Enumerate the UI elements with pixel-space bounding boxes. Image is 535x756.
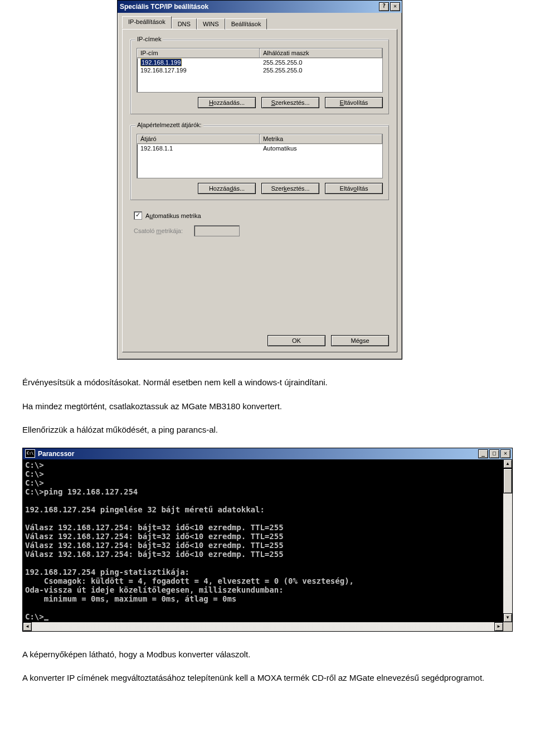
doc-paragraph: Ellenőrizzük a hálózat működését, a ping… [22, 424, 513, 437]
ip-row[interactable]: 192.168.127.199 255.255.255.0 [137, 66, 382, 74]
ip-cell-ip: 192.168.127.199 [137, 66, 260, 74]
cmd-icon: C:\ [25, 449, 35, 458]
cancel-button[interactable]: Mégse [331, 335, 389, 346]
scroll-corner [503, 622, 512, 631]
ip-group-title: IP-címek [135, 36, 163, 42]
scroll-up-icon[interactable]: ▲ [503, 459, 512, 468]
gw-row[interactable]: 192.168.1.1 Automatikus [137, 144, 382, 152]
cmd-titlebar: C:\ Parancssor _ □ ✕ [23, 448, 512, 459]
minimize-icon[interactable]: _ [478, 449, 488, 458]
vertical-scrollbar[interactable]: ▲ ▼ [503, 459, 512, 622]
tab-wins[interactable]: WINS [197, 18, 225, 30]
gw-header-metric[interactable]: Metrika [260, 134, 382, 144]
scroll-right-icon[interactable]: ► [494, 622, 503, 631]
ip-add-button[interactable]: HHozzáadás...ozzáadás... [198, 97, 256, 108]
ip-listview[interactable]: IP-cím Alhálózati maszk 192.168.1.199 25… [137, 48, 383, 93]
ip-cell-ip: 192.168.1.199 [140, 59, 182, 66]
gw-edit-button[interactable]: Szerkesztés... [261, 183, 319, 194]
tab-panel: IP-címek IP-cím Alhálózati maszk 192.168… [122, 29, 397, 352]
ip-remove-button[interactable]: Eltávolítás [325, 97, 383, 108]
doc-paragraph: A konverter IP címének megváltoztatásáho… [22, 672, 513, 685]
scroll-down-icon[interactable]: ▼ [503, 613, 512, 622]
ip-cell-mask: 255.255.255.0 [260, 59, 382, 66]
gw-add-button[interactable]: Hozzáadás... [198, 183, 256, 194]
tab-ip-settings[interactable]: IP-beállítások [122, 16, 172, 28]
interface-metric-input [194, 225, 240, 236]
ip-cell-mask: 255.255.255.0 [260, 66, 382, 74]
close-icon[interactable]: ✕ [390, 2, 400, 11]
auto-metric-checkbox[interactable]: ✓ [134, 211, 142, 220]
doc-paragraph: A képernyőképen látható, hogy a Modbus k… [22, 648, 513, 661]
ip-edit-button[interactable]: Szerkesztés... [261, 97, 319, 108]
scroll-left-icon[interactable]: ◄ [23, 622, 32, 631]
doc-paragraph: Ha mindez megtörtént, csatlakoztassuk az… [22, 400, 513, 413]
scroll-track[interactable] [503, 468, 512, 613]
dialog-titlebar: Speciális TCP/IP beállítások ? ✕ [118, 1, 402, 13]
tab-settings[interactable]: Beállítások [225, 18, 268, 30]
gw-cell-metric: Automatikus [260, 144, 382, 152]
document-text: A képernyőképen látható, hogy a Modbus k… [22, 648, 513, 685]
gw-header-gateway[interactable]: Átjáró [137, 134, 260, 144]
ip-addresses-group: IP-címek IP-cím Alhálózati maszk 192.168… [130, 40, 389, 114]
tab-strip: IP-beállítások DNS WINS Beállítások [122, 17, 397, 29]
horizontal-scrollbar[interactable]: ◄ ► [23, 622, 512, 631]
auto-metric-label: Automatikus metrika [145, 212, 201, 219]
cmd-title: Parancssor [38, 450, 74, 458]
scroll-thumb[interactable] [503, 468, 512, 493]
cursor-icon [44, 619, 48, 621]
close-icon[interactable]: ✕ [500, 449, 510, 458]
dialog-title: Speciális TCP/IP beállítások [120, 3, 208, 11]
ok-button[interactable]: OK [268, 335, 325, 346]
gw-cell-gateway: 192.168.1.1 [137, 144, 260, 152]
scroll-track[interactable] [32, 622, 494, 631]
maximize-icon[interactable]: □ [489, 449, 499, 458]
gw-remove-button[interactable]: Eltávolítás [325, 183, 383, 194]
document-text: Érvényesítsük a módosításokat. Normál es… [22, 376, 513, 437]
ip-header-mask[interactable]: Alhálózati maszk [260, 49, 382, 58]
doc-paragraph: Érvényesítsük a módosításokat. Normál es… [22, 376, 513, 389]
cmd-window: C:\ Parancssor _ □ ✕ C:\> C:\> C:\> C:\>… [22, 448, 513, 632]
ip-row[interactable]: 192.168.1.199 255.255.255.0 [137, 59, 382, 66]
ip-header-ipcim[interactable]: IP-cím [137, 49, 260, 58]
gateways-group: Alapértelmezett átjárók: Átjáró Metrika … [130, 125, 389, 200]
tcpip-dialog: Speciális TCP/IP beállítások ? ✕ IP-beál… [117, 0, 402, 360]
gw-group-title: Alapértelmezett átjárók: [135, 122, 203, 128]
gw-listview[interactable]: Átjáró Metrika 192.168.1.1 Automatikus [137, 134, 383, 178]
tab-dns[interactable]: DNS [172, 18, 197, 30]
interface-metric-label: Csatoló metrikája: [134, 227, 183, 234]
help-icon[interactable]: ? [379, 2, 389, 11]
cmd-output: C:\> C:\> C:\> C:\>ping 192.168.127.254 … [23, 459, 503, 622]
